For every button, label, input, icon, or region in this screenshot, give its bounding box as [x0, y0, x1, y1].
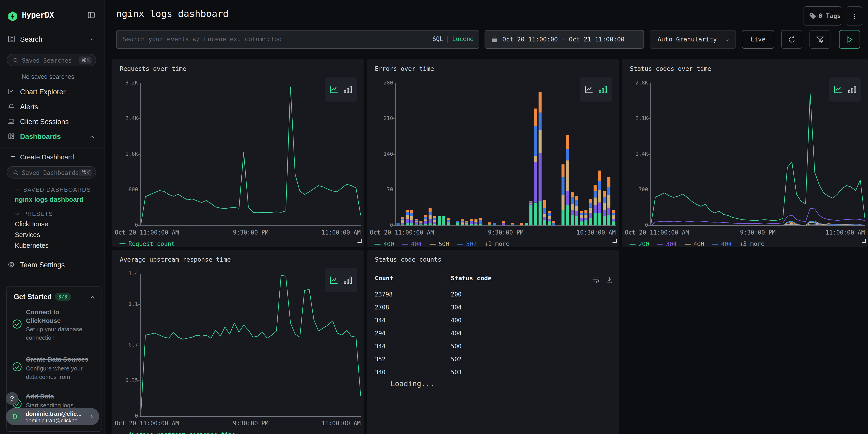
query-language-toggle[interactable]: SQL|Lucene: [432, 35, 474, 42]
legend-item[interactable]: 304: [657, 241, 677, 247]
cell-status-code: 503: [451, 369, 462, 376]
legend-item[interactable]: 502: [457, 241, 477, 247]
y-tick-label: 0.7: [113, 342, 138, 348]
event-search-input[interactable]: Search your events w/ Lucene ex. column:…: [116, 30, 479, 49]
live-button[interactable]: Live: [742, 30, 774, 49]
date-range-picker[interactable]: Oct 20 11:00:00 - Oct 21 11:00:00: [485, 30, 644, 49]
y-tick-mark: [138, 225, 140, 226]
table-row[interactable]: 352502: [367, 353, 619, 366]
check-circle-icon: [12, 319, 22, 329]
loading-indicator: Loading...: [391, 379, 434, 388]
saved-dashboards-input[interactable]: Saved Dashboards ⌘K: [7, 166, 96, 179]
y-tick-label: 0: [113, 413, 138, 419]
chart-card-requests-over-time: Requests over time 3.2K2.4K1.6K8000Oct 2…: [112, 59, 364, 247]
run-query-button[interactable]: [839, 30, 860, 49]
filter-button[interactable]: [809, 30, 830, 49]
sidebar-item-clickhouse[interactable]: ClickHouse: [15, 220, 48, 228]
sidebar-item-alerts[interactable]: Alerts: [0, 100, 104, 114]
lucene-toggle[interactable]: Lucene: [452, 35, 474, 42]
chevron-right-icon: [88, 413, 94, 420]
sidebar-collapse-icon[interactable]: [87, 11, 95, 19]
get-started-item[interactable]: Connect to ClickHouse Set up your databa…: [7, 308, 101, 349]
resize-handle[interactable]: [358, 239, 362, 243]
y-tick-label: 2.1K: [623, 115, 648, 121]
legend-item[interactable]: 200: [629, 241, 649, 247]
x-tick-mark: [251, 225, 251, 228]
create-dashboard-label: Create Dashboard: [20, 153, 74, 161]
tags-button[interactable]: 0 Tags: [804, 6, 841, 26]
user-menu[interactable]: D dominic.tran@clic... dominic.tran@clic…: [6, 408, 99, 425]
dashboards-icon: [7, 132, 15, 140]
cell-count: 294: [375, 330, 385, 337]
sidebar-item-dashboards[interactable]: Dashboards: [0, 129, 104, 144]
legend-item[interactable]: Request count: [119, 241, 175, 247]
y-tick-label: 1.4K: [623, 151, 648, 157]
legend-swatch: [429, 244, 436, 245]
column-header-count[interactable]: Count: [375, 275, 393, 282]
help-button[interactable]: ?: [6, 392, 19, 405]
sidebar-item-services[interactable]: Services: [15, 231, 40, 239]
sidebar-item-kubernetes[interactable]: Kubernetes: [15, 242, 49, 249]
check-circle-icon: [12, 362, 22, 372]
chart-legend: 400 404 500 502+1 more: [374, 241, 509, 247]
legend-item[interactable]: 404: [712, 241, 732, 247]
get-started-item[interactable]: Create Data Sources Configure where your…: [7, 355, 101, 390]
legend-swatch: [629, 244, 636, 245]
chart-card-average-upstream-response-time: Average upstream response time 1.41.10.7…: [112, 250, 364, 434]
table-row[interactable]: 23798200: [367, 288, 619, 301]
y-tick-mark: [138, 380, 140, 381]
resize-handle[interactable]: [613, 239, 617, 243]
legend-label: Average upstream response time: [128, 431, 236, 434]
table-row[interactable]: 2708304: [367, 301, 619, 314]
cell-count: 352: [375, 356, 385, 363]
legend-item[interactable]: 404: [402, 241, 422, 247]
chart-legend: Request count: [119, 241, 175, 247]
get-started-item-title: Create Data Sources: [26, 355, 94, 364]
cell-status-code: 500: [451, 343, 462, 350]
sidebar-item-label: Dashboards: [20, 132, 61, 141]
legend-more-link[interactable]: +1 more: [485, 241, 509, 247]
search-icon: [13, 169, 19, 176]
logo-row: HyperDX: [0, 0, 104, 28]
create-dashboard-button[interactable]: Create Dashboard: [0, 151, 104, 163]
table-row[interactable]: 340503: [367, 366, 619, 379]
table-row[interactable]: 344400: [367, 314, 619, 327]
column-header-status-code[interactable]: Status code: [451, 275, 492, 282]
column-resize-handle[interactable]: [447, 276, 447, 284]
sidebar-item-client-sessions[interactable]: Client Sessions: [0, 115, 104, 129]
legend-swatch: [119, 243, 126, 244]
cell-count: 340: [375, 369, 385, 376]
legend-item[interactable]: Average upstream response time: [119, 431, 236, 434]
sidebar-item-chart-explorer[interactable]: Chart Explorer: [0, 85, 104, 99]
sidebar-item-nginx-logs-dashboard[interactable]: nginx logs dashboard: [15, 196, 83, 203]
get-started-item-subtitle: Configure where your data comes from: [26, 364, 94, 381]
legend-item[interactable]: 500: [429, 241, 449, 247]
group-presets[interactable]: PRESETS: [0, 209, 104, 219]
sql-toggle[interactable]: SQL: [432, 35, 443, 42]
y-tick-mark: [648, 225, 650, 226]
cell-status-code: 404: [451, 330, 462, 337]
dashboard-menu-button[interactable]: [846, 6, 862, 26]
sidebar-item-team-settings[interactable]: Team Settings: [0, 258, 104, 272]
resize-handle[interactable]: [862, 239, 866, 243]
cell-status-code: 502: [451, 356, 462, 363]
y-tick-mark: [393, 83, 395, 83]
text-wrap-icon[interactable]: [592, 276, 600, 284]
sidebar-item-search[interactable]: Search: [0, 32, 104, 48]
table-row[interactable]: 294404: [367, 327, 619, 340]
hyperdx-app: HyperDX Search Saved Searches ⌘K No save…: [0, 0, 868, 434]
saved-searches-input[interactable]: Saved Searches ⌘K: [7, 54, 96, 66]
y-tick-mark: [648, 154, 650, 155]
group-saved-dashboards[interactable]: SAVED DASHBOARDS: [0, 185, 104, 195]
table-row[interactable]: 344500: [367, 340, 619, 353]
x-axis-label: 11:00:00 AM: [321, 229, 361, 236]
y-tick-label: 800: [113, 186, 138, 192]
download-icon[interactable]: [606, 276, 613, 284]
chevron-up-icon[interactable]: [90, 294, 95, 300]
legend-more-link[interactable]: +3 more: [740, 241, 765, 247]
legend-item[interactable]: 400: [684, 241, 704, 247]
refresh-button[interactable]: [781, 30, 802, 49]
granularity-select[interactable]: Auto Granularity: [650, 30, 736, 49]
legend-item[interactable]: 400: [374, 241, 394, 247]
search-section-icon: [7, 35, 15, 43]
